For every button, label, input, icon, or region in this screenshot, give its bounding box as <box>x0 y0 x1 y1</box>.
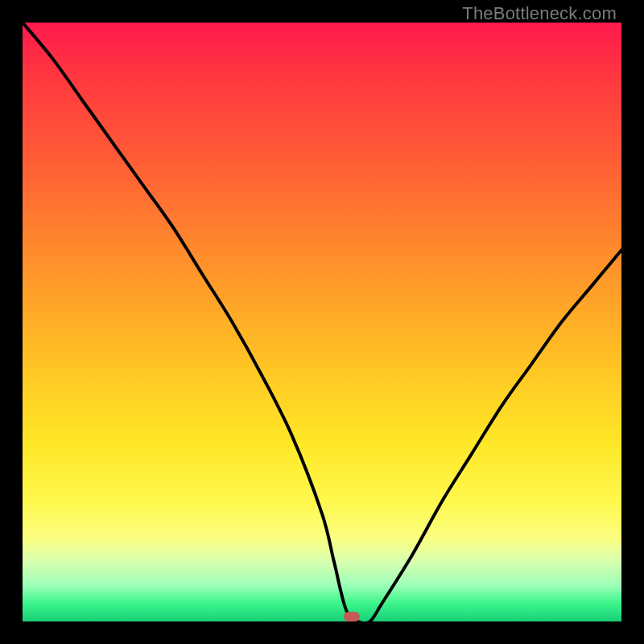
bottleneck-curve <box>23 23 621 621</box>
watermark-text: TheBottleneck.com <box>462 3 617 24</box>
optimal-point-marker <box>344 612 360 621</box>
chart-frame <box>23 23 621 621</box>
